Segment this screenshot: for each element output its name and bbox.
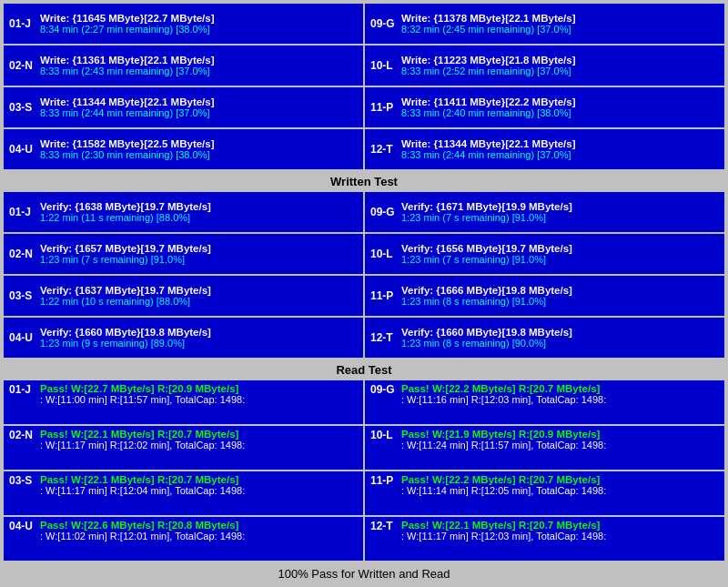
drive-cell: 02-NWrite: {11361 MByte}[22.1 MByte/s]8:… [4,46,363,86]
footer: 100% Pass for Written and Read [4,562,724,585]
drive-line1: Pass! W:[22.2 MByte/s] R:[20.7 MByte/s] [401,383,606,394]
drive-cell: 04-UVerify: {1660 MByte}[19.8 MByte/s]1:… [4,318,363,358]
drive-line1: Verify: {1671 MByte}[19.9 MByte/s] [401,201,719,212]
drive-cell: 12-TVerify: {1660 MByte}[19.8 MByte/s]1:… [365,318,724,358]
drive-info: Verify: {1656 MByte}[19.7 MByte/s]1:23 m… [401,243,719,265]
drive-line2: 8:33 min (2:44 min remaining) [37.0%] [401,149,719,160]
drive-id: 01-J [9,17,35,30]
drive-cell: 02-NPass! W:[22.1 MByte/s] R:[20.7 MByte… [4,426,363,470]
drive-cell: 03-SWrite: {11344 MByte}[22.1 MByte/s]8:… [4,87,363,127]
drive-info: Write: {11378 MByte}[22.1 MByte/s]8:32 m… [401,13,719,35]
drive-line1: Pass! W:[21.9 MByte/s] R:[20.9 MByte/s] [401,429,606,440]
drive-cell: 03-SVerify: {1637 MByte}[19.7 MByte/s]1:… [4,276,363,316]
drive-line2: 1:23 min (9 s remaining) [89.0%] [40,338,358,349]
drive-id: 02-N [9,248,35,260]
drive-line1: Verify: {1656 MByte}[19.7 MByte/s] [401,243,719,254]
drive-line1: Verify: {1660 MByte}[19.8 MByte/s] [401,327,719,338]
drive-id: 09-G [370,206,396,218]
drive-id: 09-G [370,383,396,396]
drive-info: Verify: {1657 MByte}[19.7 MByte/s]1:23 m… [40,243,358,265]
drive-id: 11-P [370,101,396,114]
drive-line2: : W:[11:17 min] R:[12:02 min], TotalCap:… [40,440,245,450]
drive-cell: 01-JPass! W:[22.7 MByte/s] R:[20.9 MByte… [4,380,363,424]
verify-test-grid: 01-JVerify: {1638 MByte}[19.7 MByte/s]1:… [4,192,724,358]
drive-line1: Write: {11344 MByte}[22.1 MByte/s] [40,96,358,107]
drive-id: 11-P [370,474,396,487]
drive-line1: Verify: {1637 MByte}[19.7 MByte/s] [40,285,358,296]
drive-line2: 8:33 min (2:44 min remaining) [37.0%] [40,107,358,118]
drive-line2: 1:22 min (10 s remaining) [88.0%] [40,296,358,307]
drive-info: Pass! W:[22.1 MByte/s] R:[20.7 MByte/s]:… [401,520,606,541]
drive-cell: 09-GPass! W:[22.2 MByte/s] R:[20.7 MByte… [365,380,724,424]
drive-cell: 11-PPass! W:[22.2 MByte/s] R:[20.7 MByte… [365,471,724,515]
drive-id: 09-G [370,17,396,30]
drive-info: Pass! W:[22.7 MByte/s] R:[20.9 MByte/s]:… [40,383,245,405]
drive-info: Verify: {1660 MByte}[19.8 MByte/s]1:23 m… [401,327,719,349]
drive-line2: : W:[11:00 min] R:[11:57 min], TotalCap:… [40,394,245,405]
footer-label: 100% Pass for Written and Read [278,567,450,581]
drive-line2: : W:[11:02 min] R:[12:01 min], TotalCap:… [40,531,245,541]
written-test-grid: 01-JWrite: {11645 MByte}[22.7 MByte/s]8:… [4,4,724,169]
drive-line2: : W:[11:16 min] R:[12:03 min], TotalCap:… [401,394,606,405]
drive-info: Write: {11411 MByte}[22.2 MByte/s]8:33 m… [401,96,719,118]
drive-info: Verify: {1660 MByte}[19.8 MByte/s]1:23 m… [40,327,358,349]
written-test-header: Written Test [4,171,724,192]
drive-line1: Write: {11223 MByte}[21.8 MByte/s] [401,55,719,66]
drive-id: 02-N [9,429,35,441]
drive-line1: Pass! W:[22.7 MByte/s] R:[20.9 MByte/s] [40,383,245,394]
drive-id: 04-U [9,143,35,156]
drive-line2: 1:23 min (7 s remaining) [91.0%] [401,212,719,223]
drive-line2: 8:33 min (2:43 min remaining) [37.0%] [40,66,358,76]
drive-cell: 03-SPass! W:[22.1 MByte/s] R:[20.7 MByte… [4,471,363,515]
drive-line1: Pass! W:[22.2 MByte/s] R:[20.7 MByte/s] [401,474,606,485]
drive-id: 01-J [9,383,35,396]
drive-line2: 8:33 min (2:30 min remaining) [38.0%] [40,149,358,160]
drive-id: 04-U [9,520,35,532]
drive-line1: Write: {11344 MByte}[22.1 MByte/s] [401,138,719,149]
drive-info: Pass! W:[21.9 MByte/s] R:[20.9 MByte/s]:… [401,429,606,450]
drive-id: 03-S [9,101,35,114]
drive-line2: 8:34 min (2:27 min remaining) [38.0%] [40,24,358,35]
read-test-label: Read Test [336,363,391,377]
read-test-grid: 01-JPass! W:[22.7 MByte/s] R:[20.9 MByte… [4,380,724,561]
drive-cell: 02-NVerify: {1657 MByte}[19.7 MByte/s]1:… [4,234,363,274]
drive-info: Write: {11582 MByte}[22.5 MByte/s]8:33 m… [40,138,358,160]
drive-info: Pass! W:[22.1 MByte/s] R:[20.7 MByte/s]:… [40,474,245,496]
drive-info: Verify: {1637 MByte}[19.7 MByte/s]1:22 m… [40,285,358,307]
drive-id: 04-U [9,331,35,344]
drive-line2: : W:[11:24 min] R:[11:57 min], TotalCap:… [401,440,606,450]
drive-cell: 04-UWrite: {11582 MByte}[22.5 MByte/s]8:… [4,129,363,169]
drive-info: Pass! W:[22.2 MByte/s] R:[20.7 MByte/s]:… [401,474,606,496]
drive-info: Verify: {1638 MByte}[19.7 MByte/s]1:22 m… [40,201,358,223]
drive-line1: Write: {11378 MByte}[22.1 MByte/s] [401,13,719,24]
drive-cell: 12-TWrite: {11344 MByte}[22.1 MByte/s]8:… [365,129,724,169]
drive-line1: Pass! W:[22.6 MByte/s] R:[20.8 MByte/s] [40,520,245,531]
drive-id: 01-J [9,206,35,218]
main-container: 01-JWrite: {11645 MByte}[22.7 MByte/s]8:… [0,0,728,587]
drive-id: 12-T [370,143,396,156]
drive-id: 10-L [370,429,396,441]
drive-line2: 1:23 min (7 s remaining) [91.0%] [401,254,719,265]
drive-line2: 1:23 min (8 s remaining) [91.0%] [401,296,719,307]
drive-cell: 04-UPass! W:[22.6 MByte/s] R:[20.8 MByte… [4,517,363,561]
drive-line1: Write: {11582 MByte}[22.5 MByte/s] [40,138,358,149]
drive-line2: 8:33 min (2:52 min remaining) [37.0%] [401,66,719,76]
drive-info: Write: {11344 MByte}[22.1 MByte/s]8:33 m… [40,96,358,118]
drive-cell: 01-JWrite: {11645 MByte}[22.7 MByte/s]8:… [4,4,363,44]
drive-line2: 1:23 min (7 s remaining) [91.0%] [40,254,358,265]
drive-id: 12-T [370,520,396,532]
drive-cell: 01-JVerify: {1638 MByte}[19.7 MByte/s]1:… [4,192,363,232]
drive-line2: 1:23 min (8 s remaining) [90.0%] [401,338,719,349]
drive-cell: 12-TPass! W:[22.1 MByte/s] R:[20.7 MByte… [365,517,724,561]
drive-line1: Pass! W:[22.1 MByte/s] R:[20.7 MByte/s] [40,429,245,440]
drive-line1: Verify: {1660 MByte}[19.8 MByte/s] [40,327,358,338]
drive-line2: 1:22 min (11 s remaining) [88.0%] [40,212,358,223]
drive-info: Verify: {1666 MByte}[19.8 MByte/s]1:23 m… [401,285,719,307]
drive-line2: : W:[11:17 min] R:[12:03 min], TotalCap:… [401,531,606,541]
drive-line1: Pass! W:[22.1 MByte/s] R:[20.7 MByte/s] [401,520,606,531]
drive-id: 12-T [370,331,396,344]
drive-cell: 11-PVerify: {1666 MByte}[19.8 MByte/s]1:… [365,276,724,316]
drive-line1: Pass! W:[22.1 MByte/s] R:[20.7 MByte/s] [40,474,245,485]
drive-cell: 09-GVerify: {1671 MByte}[19.9 MByte/s]1:… [365,192,724,232]
drive-line1: Verify: {1638 MByte}[19.7 MByte/s] [40,201,358,212]
